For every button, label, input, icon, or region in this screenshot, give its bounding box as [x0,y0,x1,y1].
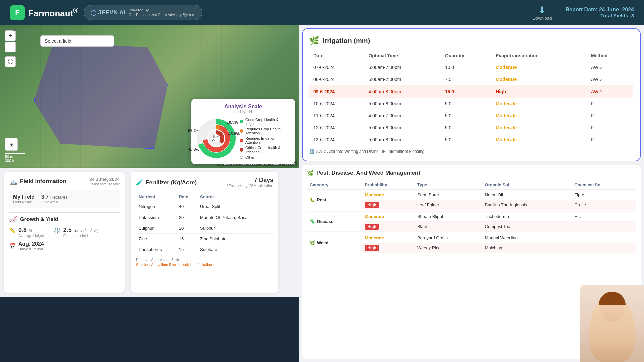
fert-row: Zinc 15 Zinc Sulphate [136,234,273,244]
growth-title: 📈 Growth & Yield [9,215,120,223]
analysis-title: Analysis Scale [196,104,290,110]
harvest-label: Harvest Period [18,247,44,251]
pest-category: 🦠 Disease [307,212,362,232]
total-fields: Total Fields: 3 [565,13,634,18]
prob-cell: High [362,222,415,232]
fert-nutrient: Potassium [136,212,176,223]
fert-source: Zinc Sulphate [197,234,273,244]
jeevn-badge: ◯ JEEVN Ai Powered By Our Personalized F… [84,5,202,20]
irr-time: 5:00am-8:00pm [364,98,441,110]
prob-badge-high: High [365,202,379,208]
field-info-panel: 🏔️ Field Information 24 June, 2024 *Last… [4,172,125,293]
field-select[interactable]: Select a field [40,35,114,47]
fertilizer-title: 🧪 Fertilizer (Kg/Acre) [136,179,197,186]
legend-dot-good [240,120,243,123]
freq-label: *Frequency Of Application [227,184,273,188]
legend-item-other: Other [240,155,290,159]
category-name: Disease [317,219,333,224]
col-nutrient: Nutrient [136,192,176,201]
irr-time: 5:00am-7:00pm [364,73,441,85]
organic-cell: Trichoderma [482,212,572,222]
fert-row: Nitrogen 40 Urea, Split [136,201,273,212]
irr-qty: 5.0 [441,134,492,146]
category-icon: 🦠 [310,219,315,224]
type-cell: Leaf Folder [415,200,482,210]
pest-row: 🦠 Disease Moderate Sheath Blight Trichod… [307,212,636,222]
irr-date: 07-6-2024 [309,61,364,74]
legend-item-irrigation: Requires Irrigation Attention [240,136,290,144]
field-info-title: 🏔️ Field Information [9,177,66,185]
height-label: Average Height [18,234,44,238]
pest-col-type: Type [415,180,482,190]
irrigation-note: ℹ️ AWD: Alternate Wetting and Drying | I… [309,149,633,154]
donut-label-105: 10.5% [227,120,238,125]
info-icon: ℹ️ [309,149,314,154]
pest-col-category: Category [307,180,362,190]
prob-badge-moderate: Moderate [365,235,384,240]
field-area-unit: Hectares [50,195,68,200]
irr-method: IF [587,134,633,146]
yield-stat: ⚖️ 2.5 Tons (Per Acre) Expected Yield [54,227,98,238]
irr-row: 10-6-2024 5:00am-8:00pm 5.0 Moderate IF [309,98,633,110]
growth-section: 📈 Growth & Yield 📏 0.8 M [9,215,120,251]
flask-icon: 🧪 [136,179,143,186]
fert-row: Sulphur 20 Sulphur [136,223,273,234]
irr-evapo: High [492,85,587,98]
fert-rate: 15 [176,244,197,255]
chemical-cell [572,233,636,243]
legend-dot-crop-health [240,129,243,133]
prob-cell: High [362,243,415,253]
organic-cell: Mulching [482,243,572,253]
col-rate: Rate [176,192,197,201]
irr-time: 4:00am-7:00pm [364,110,441,122]
irr-row: 09-6-2024 4:00am-8:00pm 15.0 High AWD [309,85,633,98]
chemical-cell [572,243,636,253]
chemical-cell: H... [572,212,636,222]
fullscreen-button[interactable]: ⛶ [5,56,16,67]
download-button[interactable]: ⬇ Download [533,5,552,21]
pest-row: 🌿 Weed Moderate Barnyard Grass Manual We… [307,233,636,243]
pest-col-chemical: Chemical Sol. [572,180,636,190]
irr-evapo: Moderate [492,110,587,122]
pest-icon: 🌿 [307,170,314,176]
height-unit: M [28,228,32,233]
fert-nutrient: Phosphorus [136,244,176,255]
yield-per: (Per Acre) [83,229,98,233]
pest-table: Category Probability Type Organic Sol. C… [307,180,636,254]
fertilizer-ph-note: Ph Level Adjustment: 6 ph [136,258,273,262]
fert-rate: 20 [176,223,197,234]
irr-evapo: Moderate [492,122,587,134]
analysis-donut-chart: 97.2% 10.5% 45.8% 40.8% 5% Other [196,118,236,159]
legend-dot-irrigation [240,139,243,142]
growth-stats: 📏 0.8 M Average Height [9,227,120,238]
irr-row: 11-6-2024 4:00am-7:00pm 5.0 Moderate IF [309,110,633,122]
header: F Farmonaut® ◯ JEEVN Ai Powered By Our P… [0,0,644,25]
content-row: + − ⛶ Select a field ▼ ⊞ 50 m 3 [0,25,644,362]
map-field-overlay [34,42,168,149]
irrigation-icon: 🌿 [309,36,319,45]
type-cell: Blast [415,222,482,232]
legend-item-good: Good Crop Health & Irrigation [240,118,290,126]
zoom-out-button[interactable]: − [5,42,16,52]
pest-panel: 🌿 Pest, Disease, And Weed Management Cat… [302,165,641,359]
pest-col-prob: Probability [362,180,415,190]
pest-separator [307,253,636,254]
legend-label-crop-health: Requires Crop Health Attention [245,127,290,135]
irr-qty: 5.0 [441,98,492,110]
calendar-icon: 📅 [9,243,16,249]
type-cell: Barnyard Grass [415,233,482,243]
irr-date: 11-6-2024 [309,110,364,122]
irr-time: 5:00am-8:00pm [364,122,441,134]
fert-source: Sulphate [197,244,273,255]
irr-method: AWD [587,73,633,85]
donut-label-458: 45.8% [228,132,240,136]
map-layer-button[interactable]: ⊞ [5,138,18,151]
organic-cell: Manual Weeding [482,233,572,243]
yield-value: 2.5 [63,227,72,233]
irr-qty: 5.0 [441,110,492,122]
legend-label-critical: Critical Crop Health & Irrigation [245,146,290,154]
analysis-scale-popup: Analysis Scale for Hybrid [191,99,295,164]
weight-icon: ⚖️ [54,227,61,234]
map-scale: 50 m 300 ft [5,153,25,163]
divider [9,212,120,213]
